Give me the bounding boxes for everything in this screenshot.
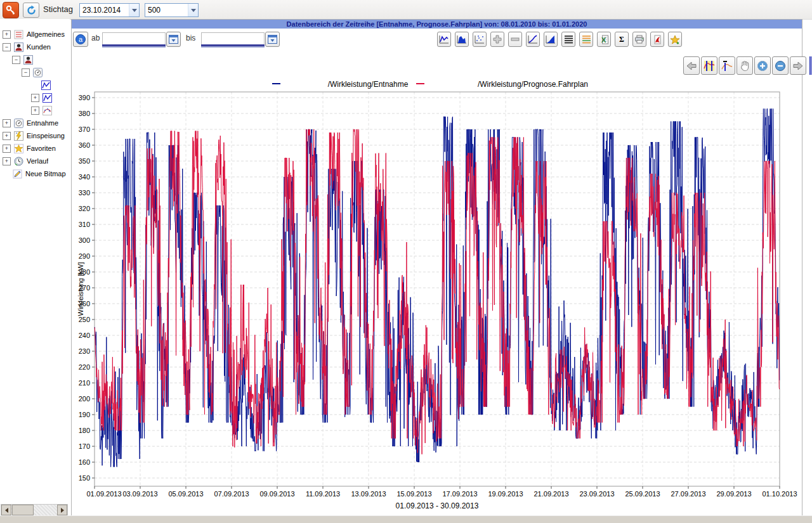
sidebar-horizontal-scrollbar[interactable] — [1, 504, 68, 515]
tree-item-label: Allgemeines — [27, 30, 65, 38]
svg-text:11.09.2013: 11.09.2013 — [306, 490, 340, 498]
expand-plus-icon[interactable]: + — [3, 30, 11, 39]
svg-text:/Wirkleistung/Prognose.Fahrpla: /Wirkleistung/Prognose.Fahrplan — [478, 80, 588, 89]
list-icon — [13, 29, 24, 39]
top-toolbar: Stichtag 23.10.2014 500 — [0, 0, 812, 20]
stichtag-label: Stichtag — [43, 0, 73, 19]
person-icon — [23, 55, 34, 65]
svg-text:380: 380 — [79, 110, 90, 117]
svg-text:17.09.2013: 17.09.2013 — [442, 490, 477, 498]
refresh-icon — [26, 5, 37, 16]
stichtag-date-value: 23.10.2014 — [80, 6, 129, 15]
tree-item-node-3[interactable]: − — [0, 66, 70, 79]
svg-text:220: 220 — [79, 363, 90, 371]
tree-item-favoriten[interactable]: +Favoriten — [0, 142, 70, 155]
login-key-button[interactable] — [3, 2, 19, 18]
tree-item-label: Neue Bitmap — [25, 170, 66, 178]
svg-text:25.09.2013: 25.09.2013 — [625, 490, 660, 498]
svg-text:290: 290 — [79, 252, 90, 260]
expand-plus-icon[interactable]: + — [3, 132, 11, 140]
tree-item-einspeisung[interactable]: +Einspeisung — [0, 129, 70, 142]
tree-item-allgemeines[interactable]: +Allgemeines — [0, 28, 70, 41]
svg-text:350: 350 — [79, 157, 90, 165]
toolbar-grip[interactable] — [809, 56, 812, 75]
scatter-icon — [42, 105, 53, 115]
svg-text:05.09.2013: 05.09.2013 — [168, 490, 203, 498]
tree-item-label: Favoriten — [27, 145, 56, 152]
expand-plus-icon[interactable]: + — [31, 107, 39, 115]
tree-item-node-2[interactable]: − — [0, 53, 70, 66]
chart-panel: Datenbereich der Zeitreihe [Entnahme, Pr… — [71, 19, 802, 517]
tree-item-label: Entnahme — [27, 119, 58, 127]
timeseries-chart[interactable]: /Wirkleistung/Entnahme/Wirkleistung/Prog… — [72, 20, 802, 516]
linechart-icon — [42, 93, 53, 103]
svg-text:360: 360 — [79, 141, 90, 149]
svg-text:01.09.2013 - 30.09.2013: 01.09.2013 - 30.09.2013 — [396, 501, 479, 510]
count-value: 500 — [145, 6, 188, 15]
tree-item-neue-bitmap[interactable]: Neue Bitmap — [0, 167, 70, 180]
pencil-icon — [12, 169, 23, 179]
svg-text:370: 370 — [79, 126, 90, 133]
svg-text:29.09.2013: 29.09.2013 — [716, 490, 751, 498]
svg-text:27.09.2013: 27.09.2013 — [671, 490, 705, 498]
svg-text:180: 180 — [79, 427, 90, 434]
svg-text:19.09.2013: 19.09.2013 — [488, 490, 523, 498]
tree-item-label: Einspeisung — [27, 132, 65, 139]
tree-item-node-4[interactable] — [0, 79, 70, 91]
svg-text:23.09.2013: 23.09.2013 — [579, 490, 614, 498]
svg-text:330: 330 — [79, 189, 90, 197]
tree-item-label: Verlauf — [27, 157, 48, 165]
collapse-minus-icon[interactable]: − — [12, 56, 20, 64]
linechart-icon — [41, 80, 51, 90]
svg-text:01.10.2013: 01.10.2013 — [762, 490, 797, 498]
application-window: Stichtag 23.10.2014 500 +Allgemeines−Kun… — [0, 0, 812, 523]
person-icon — [13, 42, 24, 52]
dropdown-arrow-icon[interactable] — [129, 4, 139, 16]
svg-text:310: 310 — [79, 221, 90, 228]
meter-icon — [13, 118, 24, 128]
svg-text:190: 190 — [79, 411, 90, 418]
tree-connector — [3, 171, 10, 178]
svg-text:09.09.2013: 09.09.2013 — [259, 490, 294, 498]
collapse-minus-icon[interactable]: − — [22, 68, 30, 77]
svg-text:200: 200 — [79, 395, 90, 403]
dropdown-arrow-icon[interactable] — [188, 4, 198, 16]
tree-item-label: Kunden — [27, 43, 51, 51]
collapse-minus-icon[interactable]: − — [3, 43, 11, 51]
expand-plus-icon[interactable]: + — [3, 119, 11, 127]
svg-text:340: 340 — [79, 173, 90, 181]
tree-connector — [31, 82, 38, 89]
svg-text:170: 170 — [79, 442, 90, 450]
tree-item-node-5[interactable]: + — [0, 91, 70, 104]
status-bar — [0, 515, 812, 523]
key-icon — [5, 4, 16, 16]
stichtag-date-select[interactable]: 23.10.2014 — [79, 3, 140, 17]
svg-text:150: 150 — [79, 474, 90, 482]
svg-text:390: 390 — [79, 94, 90, 101]
svg-text:320: 320 — [79, 205, 90, 212]
tree-item-kunden[interactable]: −Kunden — [0, 41, 70, 53]
svg-text:300: 300 — [79, 236, 90, 244]
expand-plus-icon[interactable]: + — [31, 94, 39, 102]
tree-item-entnahme[interactable]: +Entnahme — [0, 117, 70, 129]
tree-item-verlauf[interactable]: +Verlauf — [0, 155, 70, 167]
svg-text:13.09.2013: 13.09.2013 — [351, 490, 386, 498]
svg-text:15.09.2013: 15.09.2013 — [396, 490, 431, 498]
star-icon — [13, 143, 24, 153]
svg-text:160: 160 — [79, 458, 90, 466]
clock-icon — [13, 156, 24, 166]
count-select[interactable]: 500 — [145, 3, 199, 17]
tree-item-node-6[interactable]: + — [0, 104, 70, 117]
expand-plus-icon[interactable]: + — [3, 145, 11, 153]
scroll-left-button[interactable] — [1, 505, 11, 515]
svg-text:/Wirkleistung/Entnahme: /Wirkleistung/Entnahme — [328, 80, 409, 89]
svg-text:21.09.2013: 21.09.2013 — [534, 490, 568, 498]
scrollbar-thumb[interactable] — [12, 505, 34, 515]
refresh-button[interactable] — [23, 3, 39, 18]
scroll-right-button[interactable] — [57, 505, 67, 515]
svg-text:07.09.2013: 07.09.2013 — [214, 490, 249, 498]
svg-text:01.09.2013: 01.09.2013 — [86, 490, 121, 498]
expand-plus-icon[interactable]: + — [3, 157, 11, 165]
lightning-icon — [13, 131, 24, 141]
svg-text:230: 230 — [79, 347, 90, 355]
